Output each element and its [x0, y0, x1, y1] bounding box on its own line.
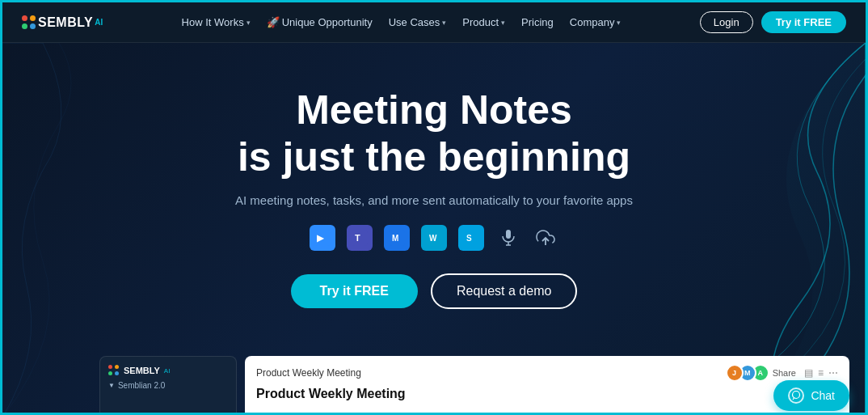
- brand-ai: AI: [95, 18, 103, 27]
- logo-dot-red: [22, 15, 27, 21]
- svg-text:T: T: [355, 233, 360, 243]
- logo-dot-green: [22, 23, 27, 29]
- logo-icon: SEMBLYAI: [22, 15, 103, 30]
- login-button[interactable]: Login: [700, 11, 753, 33]
- svg-text:S: S: [466, 234, 472, 243]
- sidebar-dot-green: [108, 371, 112, 375]
- nav-pricing[interactable]: Pricing: [515, 13, 560, 32]
- more-options-icon[interactable]: ⋯: [828, 367, 838, 379]
- nav-unique-opportunity[interactable]: 🚀 Unique Opportunity: [260, 13, 379, 32]
- svg-text:W: W: [429, 234, 437, 243]
- main-preview-actions: J M A Share ▤ ≡ ⋯: [726, 364, 838, 382]
- svg-line-15: [793, 398, 794, 400]
- chevron-down-icon: ▾: [442, 19, 446, 27]
- cta-row: Try it FREE Request a demo: [291, 273, 578, 309]
- avatar-group: J M A: [726, 364, 765, 382]
- meeting-title-label: Product Weekly Meeting: [256, 367, 361, 379]
- hero-request-demo-button[interactable]: Request a demo: [431, 273, 577, 309]
- sidebar-menu-item[interactable]: ▼ Semblian 2.0: [108, 381, 228, 390]
- webex-icon: W: [421, 225, 447, 251]
- svg-point-14: [793, 392, 800, 399]
- google-meet-icon: M: [384, 225, 410, 251]
- hero-try-free-button[interactable]: Try it FREE: [291, 274, 418, 308]
- sidebar-logo-dots: [108, 365, 120, 376]
- arrow-icon: ▼: [108, 382, 115, 389]
- nav-links: How It Works ▾ 🚀 Unique Opportunity Use …: [175, 13, 628, 32]
- chat-bubble[interactable]: Chat: [773, 380, 849, 411]
- chevron-down-icon: ▾: [246, 19, 251, 27]
- logo-dot-orange: [30, 15, 36, 21]
- upload-icon: [533, 225, 558, 251]
- navbar: SEMBLYAI How It Works ▾ 🚀 Unique Opportu…: [2, 2, 866, 43]
- sidebar-logo-row: SEMBLYAI: [108, 365, 228, 376]
- sidebar-brand-ai: AI: [164, 367, 171, 375]
- bottom-preview: SEMBLYAI ▼ Semblian 2.0 Product Weekly M…: [2, 353, 866, 415]
- zoom-icon: ▶: [310, 225, 335, 251]
- nav-try-free-button[interactable]: Try it FREE: [761, 11, 846, 33]
- hero-section: Meeting Notes is just the beginning AI m…: [2, 43, 866, 415]
- nav-use-cases[interactable]: Use Cases ▾: [382, 13, 453, 32]
- logo-dot-blue: [30, 23, 36, 29]
- nav-company[interactable]: Company ▾: [563, 13, 628, 32]
- nav-product[interactable]: Product ▾: [456, 13, 512, 32]
- list-icon[interactable]: ≡: [818, 367, 824, 379]
- sidebar-brand-name: SEMBLY: [124, 366, 160, 375]
- logo-dots: [22, 15, 36, 30]
- nav-how-it-works[interactable]: How It Works ▾: [175, 13, 257, 32]
- brand-name: SEMBLY: [38, 15, 93, 30]
- sidebar-dot-orange: [115, 365, 119, 369]
- salesforce-icon: S: [458, 225, 484, 251]
- sidebar-dot-blue: [115, 371, 119, 375]
- chevron-down-icon: ▾: [617, 19, 621, 27]
- main-preview: Product Weekly Meeting J M A Share ▤ ≡ ⋯…: [245, 356, 849, 415]
- integrations-row: ▶ T M W S: [310, 225, 558, 251]
- share-button[interactable]: Share: [769, 368, 799, 378]
- rocket-icon: 🚀: [267, 16, 280, 28]
- nav-right: Login Try it FREE: [700, 11, 846, 33]
- hero-subtitle: AI meeting notes, tasks, and more sent a…: [235, 193, 633, 207]
- doc-heading: Product Weekly Meeting: [256, 387, 838, 401]
- chat-icon: [788, 387, 804, 404]
- svg-rect-10: [506, 230, 511, 239]
- main-preview-header: Product Weekly Meeting J M A Share ▤ ≡ ⋯: [256, 364, 838, 382]
- hero-title: Meeting Notes is just the beginning: [238, 87, 630, 180]
- chevron-down-icon: ▾: [501, 19, 505, 27]
- nav-left: SEMBLYAI: [22, 15, 103, 30]
- view-toggle-icon[interactable]: ▤: [804, 367, 813, 379]
- chat-label: Chat: [811, 389, 835, 402]
- avatar-1: J: [726, 364, 744, 382]
- microphone-icon: [495, 225, 521, 251]
- svg-text:M: M: [392, 234, 398, 243]
- teams-icon: T: [347, 225, 373, 251]
- sidebar-preview: SEMBLYAI ▼ Semblian 2.0: [99, 356, 237, 415]
- sidebar-dot-red: [108, 365, 112, 369]
